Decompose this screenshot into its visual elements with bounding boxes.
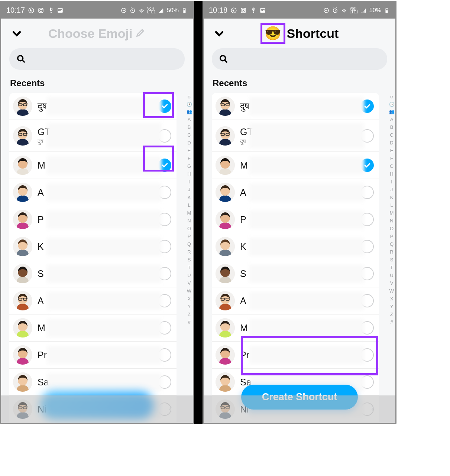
index-letter[interactable]: L — [188, 202, 190, 208]
index-letter[interactable]: B — [188, 124, 191, 130]
index-letter[interactable]: I — [391, 179, 392, 185]
index-letter[interactable]: D — [187, 140, 191, 146]
search-input[interactable] — [9, 48, 185, 70]
index-letter[interactable]: D — [390, 140, 393, 146]
index-letter[interactable]: K — [188, 195, 191, 200]
contact-row[interactable]: S — [212, 260, 379, 287]
contact-row[interactable]: S — [9, 260, 177, 287]
redacted-overlay — [249, 346, 364, 364]
index-letter[interactable]: F — [188, 156, 191, 161]
index-letter[interactable]: V — [188, 280, 191, 286]
index-letter[interactable]: T — [390, 265, 393, 270]
header-title[interactable]: 😎 Shortcut — [231, 23, 368, 44]
emoji-index-icon[interactable]: ☺ — [389, 94, 394, 100]
index-letter[interactable]: O — [187, 226, 191, 231]
group-index-icon[interactable]: 👥 — [187, 109, 192, 114]
status-time: 10:18 — [209, 6, 227, 14]
contact-row[interactable]: K — [9, 233, 177, 260]
contact-list[interactable]: दुष GT दुष — [9, 93, 177, 423]
contact-row[interactable]: M — [212, 152, 379, 179]
contact-row[interactable]: A — [9, 287, 177, 314]
index-letter[interactable]: K — [390, 195, 394, 200]
index-letter[interactable]: W — [187, 288, 191, 294]
index-letter[interactable]: P — [188, 234, 191, 239]
recent-index-icon[interactable]: 🕓 — [187, 102, 192, 107]
index-letter[interactable]: Y — [188, 304, 191, 309]
status-bar: 10:18 Vo))LTE1 50% — [204, 2, 395, 19]
index-letter[interactable]: U — [390, 273, 393, 278]
index-letter[interactable]: Q — [390, 241, 394, 247]
index-letter[interactable]: R — [187, 249, 191, 255]
alpha-index[interactable]: ☺ 🕓 👥 ABCDEFGHIJKLMNOPQRSTUVWXYZ# — [185, 93, 193, 423]
contact-row[interactable]: M — [212, 314, 379, 342]
index-letter[interactable]: A — [188, 117, 191, 122]
battery-icon — [181, 7, 188, 14]
index-letter[interactable]: J — [391, 187, 393, 192]
index-letter[interactable]: U — [187, 273, 191, 278]
index-letter[interactable]: E — [390, 148, 394, 153]
emoji-index-icon[interactable]: ☺ — [187, 94, 191, 100]
redacted-overlay — [249, 156, 364, 175]
index-letter[interactable]: F — [390, 156, 393, 161]
status-time: 10:17 — [6, 6, 25, 14]
svg-rect-10 — [184, 10, 185, 13]
contact-list[interactable]: दुष GT दुष — [212, 93, 379, 423]
search-input[interactable] — [212, 48, 387, 70]
group-index-icon[interactable]: 👥 — [389, 109, 395, 114]
contact-row[interactable]: GT दुष — [212, 120, 379, 152]
index-letter[interactable]: # — [390, 319, 393, 325]
index-letter[interactable]: C — [187, 132, 191, 138]
index-letter[interactable]: G — [187, 163, 191, 169]
index-letter[interactable]: N — [390, 218, 393, 224]
index-letter[interactable]: G — [390, 163, 394, 169]
svg-point-11 — [18, 56, 23, 61]
index-letter[interactable]: J — [188, 187, 191, 192]
index-letter[interactable]: H — [390, 171, 393, 177]
index-letter[interactable]: M — [390, 210, 394, 216]
index-letter[interactable]: P — [390, 234, 394, 239]
index-letter[interactable]: C — [390, 132, 393, 138]
index-letter[interactable]: S — [188, 257, 191, 263]
contact-row[interactable]: M — [9, 314, 177, 342]
contact-row[interactable]: Pr — [9, 342, 177, 369]
index-letter[interactable]: Z — [390, 312, 393, 317]
contact-row[interactable]: P — [212, 206, 379, 233]
index-letter[interactable]: E — [188, 148, 191, 153]
redacted-overlay — [47, 373, 162, 391]
contact-row[interactable]: दुष — [212, 93, 379, 120]
index-letter[interactable]: Q — [187, 241, 191, 247]
redacted-overlay — [249, 292, 364, 310]
index-letter[interactable]: X — [390, 296, 394, 301]
index-letter[interactable]: W — [389, 288, 394, 294]
index-letter[interactable]: O — [390, 226, 394, 231]
contact-row[interactable]: P — [9, 206, 177, 233]
contact-row[interactable]: K — [212, 233, 379, 260]
alpha-index[interactable]: ☺ 🕓 👥 ABCDEFGHIJKLMNOPQRSTUVWXYZ# — [388, 93, 395, 423]
index-letter[interactable]: M — [187, 210, 191, 216]
contact-row[interactable]: दुष — [9, 93, 177, 120]
index-letter[interactable]: # — [188, 319, 190, 325]
contact-row[interactable]: A — [212, 287, 379, 314]
index-letter[interactable]: A — [390, 117, 394, 122]
close-chevron-icon[interactable] — [212, 26, 227, 41]
index-letter[interactable]: N — [187, 218, 191, 224]
header-title[interactable]: Choose Emoji — [29, 26, 165, 41]
index-letter[interactable]: S — [390, 257, 394, 263]
contact-row[interactable]: GT दुष — [9, 120, 177, 152]
index-letter[interactable]: L — [390, 202, 393, 208]
contact-row[interactable]: A — [212, 179, 379, 206]
recent-index-icon[interactable]: 🕓 — [389, 102, 395, 107]
index-letter[interactable]: T — [188, 265, 191, 270]
index-letter[interactable]: Z — [188, 312, 191, 317]
index-letter[interactable]: I — [188, 179, 190, 185]
index-letter[interactable]: Y — [390, 304, 394, 309]
index-letter[interactable]: V — [390, 280, 394, 286]
index-letter[interactable]: H — [187, 171, 191, 177]
contact-row[interactable]: A — [9, 179, 177, 206]
close-chevron-icon[interactable] — [9, 26, 24, 41]
index-letter[interactable]: B — [390, 124, 394, 130]
contact-row[interactable]: Pr — [212, 342, 379, 369]
index-letter[interactable]: R — [390, 249, 393, 255]
index-letter[interactable]: X — [188, 296, 191, 301]
contact-row[interactable]: M — [9, 152, 177, 179]
